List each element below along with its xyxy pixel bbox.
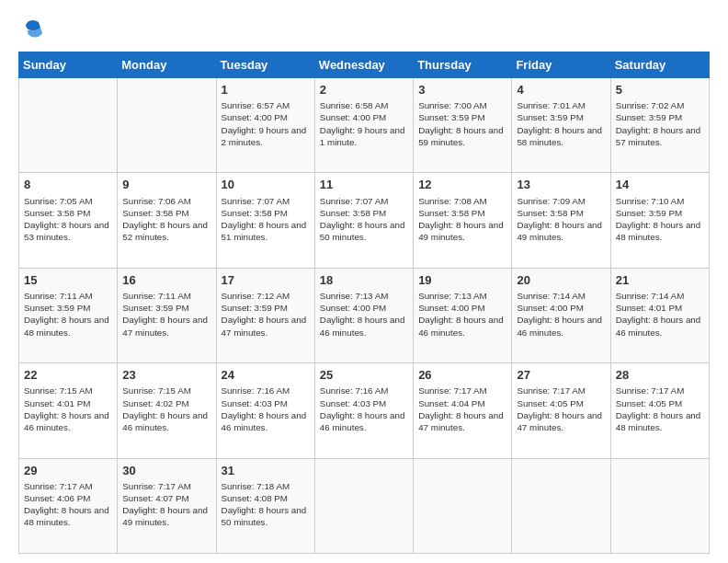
week-row-3: 22Sunrise: 7:15 AMSunset: 4:01 PMDayligh… — [19, 363, 710, 458]
day-info: Sunrise: 7:17 AMSunset: 4:05 PMDaylight:… — [616, 385, 704, 433]
day-info: Sunrise: 7:15 AMSunset: 4:01 PMDaylight:… — [24, 385, 112, 433]
table-row: 3Sunrise: 7:00 AMSunset: 3:59 PMDaylight… — [414, 78, 512, 173]
weekday-thursday: Thursday — [414, 52, 512, 78]
day-info: Sunrise: 7:12 AMSunset: 3:59 PMDaylight:… — [222, 290, 310, 339]
table-row: 24Sunrise: 7:16 AMSunset: 4:03 PMDayligh… — [216, 363, 314, 458]
day-info: Sunrise: 7:14 AMSunset: 4:00 PMDaylight:… — [517, 290, 605, 339]
logo-icon — [18, 15, 46, 42]
table-row: 29Sunrise: 7:17 AMSunset: 4:06 PMDayligh… — [19, 458, 118, 553]
table-row: 21Sunrise: 7:14 AMSunset: 4:01 PMDayligh… — [610, 268, 709, 362]
day-number: 24 — [222, 367, 310, 384]
week-row-1: 8Sunrise: 7:05 AMSunset: 3:58 PMDaylight… — [19, 173, 710, 268]
table-row: 20Sunrise: 7:14 AMSunset: 4:00 PMDayligh… — [512, 268, 610, 362]
day-info: Sunrise: 7:18 AMSunset: 4:08 PMDaylight:… — [222, 480, 310, 529]
table-row — [314, 458, 413, 553]
table-row: 15Sunrise: 7:11 AMSunset: 3:59 PMDayligh… — [19, 268, 118, 362]
day-number: 25 — [320, 367, 408, 384]
table-row: 18Sunrise: 7:13 AMSunset: 4:00 PMDayligh… — [314, 268, 413, 362]
day-info: Sunrise: 6:58 AMSunset: 4:00 PMDaylight:… — [320, 99, 408, 148]
day-number: 4 — [517, 82, 605, 98]
day-number: 16 — [122, 272, 210, 289]
calendar-page: SundayMondayTuesdayWednesdayThursdayFrid… — [0, 0, 728, 563]
week-row-0: 1Sunrise: 6:57 AMSunset: 4:00 PMDaylight… — [19, 78, 710, 173]
day-info: Sunrise: 7:09 AMSunset: 3:58 PMDaylight:… — [517, 195, 605, 244]
day-info: Sunrise: 7:08 AMSunset: 3:58 PMDaylight:… — [418, 195, 506, 244]
day-info: Sunrise: 7:13 AMSunset: 4:00 PMDaylight:… — [418, 290, 506, 339]
table-row: 28Sunrise: 7:17 AMSunset: 4:05 PMDayligh… — [610, 363, 709, 458]
week-row-2: 15Sunrise: 7:11 AMSunset: 3:59 PMDayligh… — [19, 268, 710, 362]
table-row: 4Sunrise: 7:01 AMSunset: 3:59 PMDaylight… — [512, 78, 610, 173]
table-row — [512, 458, 610, 553]
table-row: 2Sunrise: 6:58 AMSunset: 4:00 PMDaylight… — [314, 78, 413, 173]
table-row: 16Sunrise: 7:11 AMSunset: 3:59 PMDayligh… — [118, 268, 216, 362]
day-info: Sunrise: 7:07 AMSunset: 3:58 PMDaylight:… — [222, 195, 310, 244]
table-row: 5Sunrise: 7:02 AMSunset: 3:59 PMDaylight… — [610, 78, 709, 173]
weekday-header-row: SundayMondayTuesdayWednesdayThursdayFrid… — [19, 52, 710, 78]
day-number: 9 — [122, 177, 210, 193]
table-row: 22Sunrise: 7:15 AMSunset: 4:01 PMDayligh… — [19, 363, 118, 458]
calendar-table: SundayMondayTuesdayWednesdayThursdayFrid… — [18, 52, 710, 554]
day-info: Sunrise: 7:07 AMSunset: 3:58 PMDaylight:… — [320, 195, 408, 244]
table-row — [19, 78, 118, 173]
table-row: 11Sunrise: 7:07 AMSunset: 3:58 PMDayligh… — [314, 173, 413, 268]
logo — [18, 15, 50, 42]
table-row: 13Sunrise: 7:09 AMSunset: 3:58 PMDayligh… — [512, 173, 610, 268]
table-row — [610, 458, 709, 553]
day-info: Sunrise: 7:17 AMSunset: 4:07 PMDaylight:… — [122, 480, 210, 529]
day-info: Sunrise: 7:01 AMSunset: 3:59 PMDaylight:… — [517, 99, 605, 148]
day-number: 2 — [320, 82, 408, 98]
day-info: Sunrise: 7:11 AMSunset: 3:59 PMDaylight:… — [122, 290, 210, 339]
day-info: Sunrise: 7:00 AMSunset: 3:59 PMDaylight:… — [418, 99, 506, 148]
table-row: 1Sunrise: 6:57 AMSunset: 4:00 PMDaylight… — [216, 78, 314, 173]
table-row: 23Sunrise: 7:15 AMSunset: 4:02 PMDayligh… — [118, 363, 216, 458]
table-row: 10Sunrise: 7:07 AMSunset: 3:58 PMDayligh… — [216, 173, 314, 268]
table-row: 31Sunrise: 7:18 AMSunset: 4:08 PMDayligh… — [216, 458, 314, 553]
weekday-saturday: Saturday — [610, 52, 709, 78]
day-number: 20 — [517, 272, 605, 289]
day-number: 19 — [418, 272, 506, 289]
table-row: 19Sunrise: 7:13 AMSunset: 4:00 PMDayligh… — [414, 268, 512, 362]
table-row: 8Sunrise: 7:05 AMSunset: 3:58 PMDaylight… — [19, 173, 118, 268]
day-number: 8 — [24, 177, 112, 193]
day-info: Sunrise: 7:06 AMSunset: 3:58 PMDaylight:… — [122, 195, 210, 244]
day-info: Sunrise: 7:13 AMSunset: 4:00 PMDaylight:… — [320, 290, 408, 339]
day-number: 28 — [616, 367, 704, 384]
table-row: 27Sunrise: 7:17 AMSunset: 4:05 PMDayligh… — [512, 363, 610, 458]
day-number: 22 — [24, 367, 112, 384]
day-number: 14 — [616, 177, 704, 193]
table-row — [118, 78, 216, 173]
day-number: 13 — [517, 177, 605, 193]
table-row: 14Sunrise: 7:10 AMSunset: 3:59 PMDayligh… — [610, 173, 709, 268]
day-number: 11 — [320, 177, 408, 193]
day-number: 23 — [122, 367, 210, 384]
day-number: 30 — [122, 463, 210, 479]
day-number: 21 — [616, 272, 704, 289]
day-number: 17 — [222, 272, 310, 289]
weekday-friday: Friday — [512, 52, 610, 78]
weekday-tuesday: Tuesday — [216, 52, 314, 78]
weekday-wednesday: Wednesday — [314, 52, 413, 78]
table-row: 17Sunrise: 7:12 AMSunset: 3:59 PMDayligh… — [216, 268, 314, 362]
day-info: Sunrise: 6:57 AMSunset: 4:00 PMDaylight:… — [222, 99, 310, 148]
table-row: 26Sunrise: 7:17 AMSunset: 4:04 PMDayligh… — [414, 363, 512, 458]
header — [18, 15, 710, 42]
day-number: 5 — [616, 82, 704, 98]
day-number: 1 — [222, 82, 310, 98]
day-number: 27 — [517, 367, 605, 384]
table-row — [414, 458, 512, 553]
table-row: 30Sunrise: 7:17 AMSunset: 4:07 PMDayligh… — [118, 458, 216, 553]
day-info: Sunrise: 7:05 AMSunset: 3:58 PMDaylight:… — [24, 195, 112, 244]
day-info: Sunrise: 7:16 AMSunset: 4:03 PMDaylight:… — [320, 385, 408, 433]
day-info: Sunrise: 7:10 AMSunset: 3:59 PMDaylight:… — [616, 195, 704, 244]
table-row: 12Sunrise: 7:08 AMSunset: 3:58 PMDayligh… — [414, 173, 512, 268]
day-info: Sunrise: 7:16 AMSunset: 4:03 PMDaylight:… — [222, 385, 310, 433]
day-number: 18 — [320, 272, 408, 289]
day-info: Sunrise: 7:17 AMSunset: 4:06 PMDaylight:… — [24, 480, 112, 529]
day-number: 12 — [418, 177, 506, 193]
weekday-sunday: Sunday — [19, 52, 118, 78]
day-number: 26 — [418, 367, 506, 384]
table-row: 9Sunrise: 7:06 AMSunset: 3:58 PMDaylight… — [118, 173, 216, 268]
day-number: 15 — [24, 272, 112, 289]
day-info: Sunrise: 7:14 AMSunset: 4:01 PMDaylight:… — [616, 290, 704, 339]
day-info: Sunrise: 7:17 AMSunset: 4:04 PMDaylight:… — [418, 385, 506, 433]
